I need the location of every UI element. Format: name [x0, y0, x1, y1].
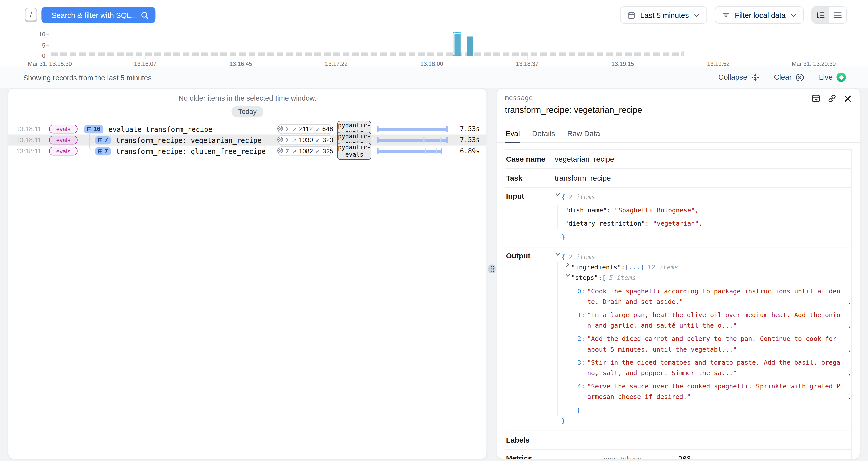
child-span-count: 7	[104, 136, 108, 143]
output-tokens-arrow-icon: ↙	[315, 147, 320, 155]
collapse-chevron-icon[interactable]	[555, 252, 560, 257]
close-icon[interactable]	[844, 94, 852, 103]
input-token-count: 1030	[299, 136, 313, 143]
json-step-line: 0Cook the spaghetti according to package…	[578, 286, 851, 307]
otel-scope-pill[interactable]: evals	[49, 135, 78, 144]
collapse-button[interactable]: Collapse	[718, 73, 760, 81]
tree-region: ⊞7transform_recipe: vegetarian_recipe	[84, 136, 277, 144]
empty-window-notice: No older items in the selected time wind…	[8, 94, 487, 102]
json-object-block: dish_nameSpaghetti Bolognese,dietary_res…	[557, 205, 851, 229]
bar-end-cap	[440, 148, 442, 154]
y-tick-mark	[46, 45, 49, 46]
search-button[interactable]: Search & filter with SQL...	[41, 6, 155, 23]
items-count-note: 2 items	[568, 192, 595, 203]
child-span-tick	[440, 137, 441, 143]
cost-coin-icon	[277, 147, 283, 155]
output-label: Output	[505, 252, 555, 426]
json-comma: ,	[695, 206, 699, 214]
tab-eval[interactable]: Eval	[505, 129, 520, 143]
view-mode-toggle	[811, 6, 847, 24]
live-toggle[interactable]: Live	[819, 72, 846, 82]
expand-chevron-icon[interactable]	[565, 263, 570, 268]
json-entry-line: dietary_restrictionvegetarian,	[565, 219, 851, 229]
x-tick-mark	[432, 57, 432, 60]
record-row[interactable]: 13:18:11evals⊞7transform_recipe: vegetar…	[8, 134, 487, 146]
record-row[interactable]: 13:18:11evals⊟16evaluate transform_recip…	[8, 124, 487, 134]
time-range-dropdown[interactable]: Last 5 minutes	[620, 6, 707, 24]
date-separator-chip: Today	[231, 106, 263, 117]
open-brace	[561, 192, 565, 203]
task-label: Task	[505, 174, 555, 182]
histogram-bar[interactable]	[467, 36, 473, 56]
metrics-list: input_tokens:208output_tokens:424request…	[555, 455, 851, 460]
json-string-value: Serve the sauce over the cooked spaghett…	[587, 381, 842, 402]
json-comma: ,	[842, 320, 851, 331]
sigma-icon: Σ	[286, 126, 289, 132]
span-name: evaluate transform_recipe	[108, 125, 213, 133]
otel-scope-pill[interactable]: evals	[49, 147, 78, 155]
json-string-value: Add the diced carrot and celery to the p…	[587, 334, 842, 355]
chevron-down-icon	[790, 12, 797, 18]
json-root-line: 2 items	[555, 192, 851, 203]
expand-node-badge[interactable]: ⊞7	[95, 147, 111, 155]
bar-segment	[378, 128, 447, 130]
token-usage-pill: Σ↗1030↙323	[277, 135, 333, 145]
bar-end-cap	[446, 126, 448, 132]
x-tick-mark	[814, 57, 814, 60]
copy-link-icon[interactable]	[828, 94, 836, 103]
child-span-tick	[436, 148, 437, 154]
array-index: 3	[578, 358, 587, 368]
tab-details[interactable]: Details	[532, 129, 556, 142]
y-tick-label: 0	[31, 53, 45, 59]
x-tick-label: 13:18:00	[421, 60, 443, 67]
dock-panel-icon[interactable]	[811, 94, 820, 103]
collapsed-array-preview[interactable]: [...]	[625, 263, 644, 273]
output-json-viewer[interactable]: 2 itemsingredients[...]12 itemssteps5 it…	[555, 252, 851, 426]
close-brace	[561, 232, 851, 243]
detail-tabs: EvalDetailsRaw Data	[497, 129, 860, 143]
array-index: 2	[578, 334, 587, 344]
tree-view-toggle[interactable]	[812, 6, 829, 23]
x-tick-label: Mar 31. 13:20:30	[792, 60, 836, 67]
x-tick-mark	[623, 57, 623, 60]
panel-splitter-handle[interactable]	[488, 265, 496, 273]
input-json-viewer[interactable]: 2 itemsdish_nameSpaghetti Bolognese,diet…	[555, 192, 851, 243]
local-filter-dropdown[interactable]: Filter local data	[715, 6, 804, 24]
metric-key: input_tokens:	[555, 455, 643, 460]
detail-panel: message transform_recipe: vegetarian_rec…	[497, 88, 860, 459]
y-tick-label: 10	[31, 31, 45, 37]
input-token-count: 1082	[299, 148, 313, 154]
json-string-value: vegetarian	[653, 220, 699, 227]
app-window: / Search & filter with SQL... Last 5 min…	[0, 0, 868, 461]
json-comma: ,	[842, 392, 851, 402]
slash-shortcut-key[interactable]: /	[25, 8, 37, 22]
json-key: dish_name	[565, 206, 614, 214]
tab-raw-data[interactable]: Raw Data	[567, 129, 600, 142]
plus-square-icon: ⊞	[98, 137, 103, 143]
tree-connector	[89, 132, 95, 151]
record-row[interactable]: 13:18:11evals⊞7transform_recipe: gluten_…	[8, 146, 487, 157]
output-token-count: 325	[322, 148, 333, 154]
collapse-chevron-icon[interactable]	[555, 192, 560, 197]
list-view-toggle[interactable]	[829, 6, 846, 23]
x-tick-label: 13:16:07	[134, 60, 157, 67]
record-timestamp: 13:18:11	[16, 136, 41, 144]
detail-title: transform_recipe: vegetarian_recipe	[505, 105, 852, 115]
clear-button[interactable]: Clear	[774, 73, 804, 82]
collapse-chevron-icon[interactable]	[565, 273, 570, 278]
task-value: transform_recipe	[555, 174, 851, 182]
json-string-value: Cook the spaghetti according to package …	[587, 286, 842, 307]
live-status-icon	[836, 72, 846, 82]
json-array-block: 0Cook the spaghetti according to package…	[569, 286, 851, 402]
collapse-label: Collapse	[718, 73, 747, 81]
cost-coin-icon	[277, 136, 283, 144]
record-kind-label: message	[505, 94, 852, 102]
otel-scope-pill[interactable]: evals	[49, 125, 78, 133]
json-comma: ,	[842, 368, 851, 379]
x-tick-mark	[241, 57, 241, 60]
x-axis-line	[49, 56, 833, 57]
records-histogram[interactable]: 0510Mar 31. 13:15:3013:16:0713:16:4513:1…	[0, 30, 868, 66]
expand-node-badge[interactable]: ⊞7	[95, 136, 111, 144]
ingredients-line: ingredients[...]12 items	[565, 263, 851, 273]
steps-line: steps5 items	[565, 273, 851, 283]
